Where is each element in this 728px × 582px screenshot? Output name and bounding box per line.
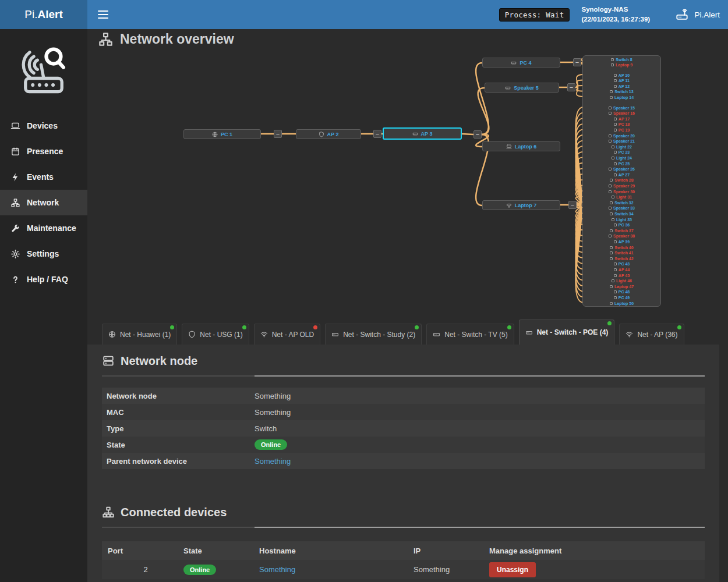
cluster-device-ap-11[interactable]: AP 11	[585, 78, 658, 83]
cluster-device-ap-44[interactable]: AP 44	[585, 267, 658, 272]
device-label: AP 10	[619, 73, 630, 78]
cluster-device-speaker-38[interactable]: Speaker 38	[585, 233, 658, 239]
cluster-device-ap-12[interactable]: AP 12	[585, 84, 658, 89]
cluster-device-pc-19[interactable]: PC 19	[585, 127, 658, 133]
cluster-device-pc-23[interactable]: PC 23	[585, 150, 658, 155]
cluster-device-ap-45[interactable]: AP 45	[585, 273, 658, 278]
cluster-collapse-button[interactable]: −	[573, 58, 581, 66]
cluster-device-speaker-20[interactable]: Speaker 20	[585, 133, 658, 139]
tab-net-switch-tv-5[interactable]: Net - Switch - TV (5)	[426, 324, 514, 345]
diagram-node-pc-1[interactable]: PC 1	[183, 129, 261, 139]
main-content: Network overview PC 1AP 2AP 3PC 4Speaker…	[87, 29, 728, 582]
cluster-collapse-button[interactable]: −	[568, 201, 577, 209]
cluster-device-speaker-29[interactable]: Speaker 29	[585, 183, 658, 189]
sidebar-item-label: Events	[27, 172, 54, 182]
sidebar-item-settings[interactable]: Settings	[0, 241, 87, 267]
device-label: Laptop 47	[614, 284, 634, 289]
port-value: 2	[108, 565, 183, 574]
cluster-device-switch-40[interactable]: Switch 40	[585, 245, 658, 250]
cluster-device-light-22[interactable]: Light 22	[585, 144, 658, 150]
cluster-device-speaker-16[interactable]: Speaker 16	[585, 111, 658, 116]
diagram-node-laptop-7[interactable]: Laptop 7	[482, 200, 560, 210]
cluster-device-ap-10[interactable]: AP 10	[585, 73, 658, 78]
cluster-device-light-31[interactable]: Light 31	[585, 194, 658, 200]
device-icon	[614, 274, 617, 277]
parent-device-link[interactable]: Something	[255, 457, 291, 466]
cluster-device-switch-34[interactable]: Switch 34	[585, 211, 658, 217]
sidebar-item-presence[interactable]: Presence	[0, 139, 87, 164]
device-label: Speaker 29	[613, 183, 635, 189]
cluster-device-ap-27[interactable]: AP 27	[585, 172, 658, 178]
connected-devices-title: Connected devices	[102, 504, 705, 520]
device-icon	[612, 279, 614, 282]
brand-logo[interactable]: Pi.Alert	[0, 0, 87, 29]
diagram-node-laptop-6[interactable]: Laptop 6	[482, 141, 560, 151]
device-icon	[614, 85, 617, 88]
tab-net-huawei-1[interactable]: Net - Huawei (1)	[102, 324, 177, 345]
tab-net-ap-old[interactable]: Net - AP OLD	[254, 324, 320, 345]
cluster-device-pc-48[interactable]: PC 48	[585, 289, 658, 294]
cluster-device-pc-36[interactable]: PC 36	[585, 222, 658, 228]
cluster-device-switch-28[interactable]: Switch 28	[585, 178, 658, 183]
pialert-logo-icon	[0, 37, 87, 105]
tab-net-switch-poe-4[interactable]: Net - Switch - POE (4)	[519, 320, 615, 345]
device-label: PC 43	[619, 261, 630, 267]
cluster-collapse-button[interactable]: −	[373, 130, 381, 138]
cluster-device-pc-49[interactable]: PC 49	[585, 295, 658, 300]
diagram-node-ap-2[interactable]: AP 2	[296, 129, 361, 139]
tab-net-usg-1[interactable]: Net - USG (1)	[182, 324, 249, 345]
cluster-device-pc-43[interactable]: PC 43	[585, 261, 658, 267]
cluster-collapse-button[interactable]: −	[473, 130, 482, 139]
sidebar-toggle-button[interactable]	[97, 6, 109, 23]
device-label: Switch 40	[614, 245, 633, 250]
cluster-device-laptop-47[interactable]: Laptop 47	[585, 284, 658, 289]
cluster-device-speaker-21[interactable]: Speaker 21	[585, 139, 658, 144]
sidebar-item-help-faq[interactable]: Help / FAQ	[0, 267, 87, 292]
connected-device-row: 2OnlineSomethingSomethingUnassign	[102, 560, 705, 579]
cluster-device-switch-37[interactable]: Switch 37	[585, 228, 658, 233]
device-icon	[614, 79, 617, 82]
node-label: AP 3	[421, 131, 433, 137]
tab-label: Net - Switch - Study (2)	[343, 331, 415, 339]
tab-net-ap-36[interactable]: Net - AP (36)	[619, 324, 684, 345]
cluster-device-speaker-33[interactable]: Speaker 33	[585, 205, 658, 211]
diagram-node-speaker-5[interactable]: Speaker 5	[485, 83, 559, 93]
cluster-device-pc-25[interactable]: PC 25	[585, 161, 658, 166]
cluster-device-switch-13[interactable]: Switch 13	[585, 89, 658, 94]
cluster-collapse-button[interactable]: −	[274, 130, 282, 138]
diagram-node-pc-4[interactable]: PC 4	[482, 58, 560, 68]
sidebar-item-network[interactable]: Network	[0, 190, 87, 215]
cluster-device-switch-41[interactable]: Switch 41	[585, 250, 658, 255]
tab-status-dot	[507, 325, 511, 329]
device-icon	[614, 296, 617, 299]
unassign-button[interactable]: Unassign	[489, 562, 536, 577]
cluster-device-light-35[interactable]: Light 35	[585, 217, 658, 222]
sidebar-item-devices[interactable]: Devices	[0, 113, 87, 139]
device-label: Speaker 33	[613, 205, 635, 211]
device-icon	[614, 123, 617, 126]
device-cluster-box[interactable]: Switch 8Laptop 9AP 10AP 11AP 12Switch 13…	[582, 55, 661, 307]
cluster-device-pc-18[interactable]: PC 18	[585, 122, 658, 127]
sidebar-item-events[interactable]: Events	[0, 164, 87, 190]
host-timestamp: (22/01/2023, 16:27:39)	[581, 15, 663, 24]
cluster-device-speaker-15[interactable]: Speaker 15	[585, 105, 658, 111]
cluster-device-laptop-50[interactable]: Laptop 50	[585, 301, 658, 306]
cluster-device-switch-32[interactable]: Switch 32	[585, 200, 658, 205]
cluster-device-laptop-9[interactable]: Laptop 9	[585, 62, 658, 68]
device-icon	[612, 218, 614, 221]
cluster-device-light-46[interactable]: Light 46	[585, 278, 658, 283]
cluster-device-speaker-30[interactable]: Speaker 30	[585, 189, 658, 194]
tab-net-switch-study-2[interactable]: Net - Switch - Study (2)	[325, 324, 422, 345]
cluster-device-laptop-14[interactable]: Laptop 14	[585, 95, 658, 100]
cluster-device-switch-8[interactable]: Switch 8	[585, 57, 658, 62]
sidebar-item-maintenance[interactable]: Maintenance	[0, 215, 87, 241]
cluster-device-speaker-26[interactable]: Speaker 26	[585, 166, 658, 172]
cluster-device-switch-42[interactable]: Switch 42	[585, 256, 658, 261]
cluster-device-light-24[interactable]: Light 24	[585, 155, 658, 161]
cluster-device-ap-39[interactable]: AP 39	[585, 239, 658, 244]
device-icon	[609, 184, 612, 187]
hostname-link[interactable]: Something	[259, 565, 295, 574]
cluster-collapse-button[interactable]: −	[567, 83, 575, 91]
cluster-device-ap-17[interactable]: AP 17	[585, 116, 658, 122]
diagram-node-ap-3[interactable]: AP 3	[383, 127, 462, 140]
